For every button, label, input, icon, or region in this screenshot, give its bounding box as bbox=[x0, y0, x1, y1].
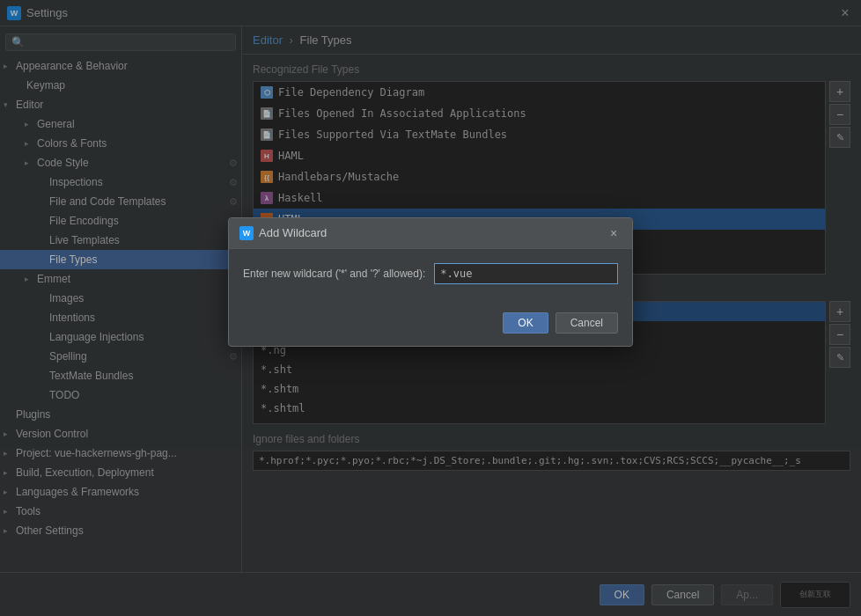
modal-logo-icon: W bbox=[239, 226, 254, 240]
modal-body: Enter new wildcard ('*' and '?' allowed)… bbox=[229, 249, 632, 312]
modal-ok-button[interactable]: OK bbox=[503, 312, 548, 334]
modal-title-text: Add Wildcard bbox=[259, 226, 327, 239]
modal-input-row: Enter new wildcard ('*' and '?' allowed)… bbox=[243, 263, 618, 284]
modal-title: W Add Wildcard bbox=[239, 226, 327, 240]
modal-cancel-button[interactable]: Cancel bbox=[556, 312, 618, 334]
modal-wildcard-input[interactable] bbox=[434, 263, 618, 284]
modal-footer: OK Cancel bbox=[229, 312, 632, 346]
modal-close-button[interactable]: × bbox=[606, 225, 622, 241]
modal-overlay[interactable]: W Add Wildcard × Enter new wildcard ('*'… bbox=[0, 0, 861, 616]
add-wildcard-dialog: W Add Wildcard × Enter new wildcard ('*'… bbox=[228, 217, 633, 347]
modal-prompt-label: Enter new wildcard ('*' and '?' allowed)… bbox=[243, 268, 425, 280]
modal-header: W Add Wildcard × bbox=[229, 218, 632, 249]
